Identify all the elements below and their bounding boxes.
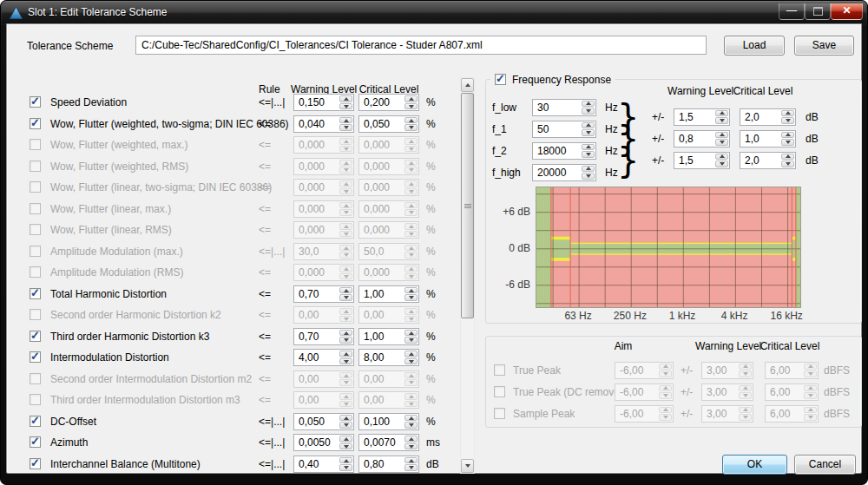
save-button[interactable]: Save: [794, 36, 854, 56]
critical-level-value[interactable]: 1,00: [364, 330, 384, 344]
band-warning-value[interactable]: 1,5: [679, 154, 694, 168]
spin-up-button[interactable]: [781, 154, 794, 161]
spin-down-button[interactable]: [781, 117, 794, 124]
spin-up-button[interactable]: [339, 223, 352, 230]
spin-down-button[interactable]: [339, 337, 352, 344]
spin-down-button[interactable]: [404, 294, 418, 301]
band-critical-spinbox[interactable]: 1,0: [740, 130, 796, 147]
spin-down-button[interactable]: [404, 443, 418, 450]
spin-up-button[interactable]: [404, 245, 418, 252]
critical-level-value[interactable]: 0,80: [364, 457, 384, 472]
band-warning-value[interactable]: 1,5: [679, 110, 694, 125]
warning-level-value[interactable]: 30,0: [299, 245, 319, 259]
critical-level-spinbox[interactable]: 0,000: [358, 221, 419, 239]
spin-down-button[interactable]: [715, 117, 728, 124]
band-critical-value[interactable]: 1,0: [745, 132, 760, 147]
spin-up-button[interactable]: [715, 110, 728, 117]
critical-level-value[interactable]: 0,000: [364, 265, 390, 280]
spin-up-button[interactable]: [404, 457, 418, 464]
spin-up-button[interactable]: [404, 265, 418, 272]
band-critical-spinbox[interactable]: 2,0: [740, 108, 796, 126]
warning-level-value[interactable]: 0,000: [299, 223, 325, 238]
critical-level-spinbox[interactable]: 0,80: [358, 456, 419, 473]
spin-down-button[interactable]: [781, 161, 794, 167]
peak-row-checkbox[interactable]: ✓: [494, 408, 505, 419]
warning-level-value[interactable]: 0,00: [299, 308, 319, 323]
warning-level-spinbox[interactable]: 0,70: [293, 285, 354, 303]
close-button[interactable]: ✕: [831, 3, 863, 20]
spin-down-button[interactable]: [404, 188, 418, 195]
spin-down-button[interactable]: [404, 273, 418, 280]
spin-up-button[interactable]: [339, 308, 352, 315]
spin-up-button[interactable]: [781, 132, 794, 139]
minimize-button[interactable]: —: [779, 3, 805, 20]
tolerance-row-checkbox[interactable]: ✓: [30, 458, 41, 469]
spin-up-button[interactable]: [404, 436, 418, 442]
warning-level-spinbox[interactable]: 30,0: [293, 243, 354, 260]
critical-level-value[interactable]: 50,0: [364, 245, 384, 259]
warning-level-value[interactable]: 0,70: [299, 330, 319, 344]
load-button[interactable]: Load: [724, 36, 785, 56]
spin-up-button[interactable]: [339, 457, 352, 464]
tolerance-scheme-path-input[interactable]: [135, 36, 707, 55]
band-critical-spinbox[interactable]: 2,0: [740, 152, 796, 169]
critical-level-spinbox[interactable]: 0,00: [358, 306, 419, 324]
band-critical-value[interactable]: 2,0: [745, 110, 760, 125]
critical-level-spinbox[interactable]: 0,000: [358, 200, 419, 218]
spin-up-button[interactable]: [339, 351, 352, 357]
critical-level-spinbox[interactable]: 1,00: [358, 285, 419, 303]
warning-level-value[interactable]: 0,0050: [299, 436, 331, 450]
spin-up-button[interactable]: [339, 436, 352, 442]
spin-down-button[interactable]: [339, 252, 352, 259]
band-warning-spinbox[interactable]: 0,8: [674, 130, 730, 147]
warning-level-spinbox[interactable]: 0,70: [293, 328, 354, 345]
spin-down-button[interactable]: [339, 316, 352, 323]
band-warning-value[interactable]: 0,8: [679, 132, 694, 147]
spin-down-button[interactable]: [339, 188, 352, 195]
peak-row-checkbox[interactable]: ✓: [494, 364, 505, 376]
warning-level-value[interactable]: 0,70: [299, 287, 319, 302]
critical-level-value[interactable]: 1,00: [364, 287, 384, 302]
maximize-button[interactable]: [805, 3, 831, 20]
spin-up-button[interactable]: [404, 287, 418, 294]
cancel-button[interactable]: Cancel: [794, 455, 856, 475]
spin-up-button[interactable]: [715, 154, 728, 161]
spin-up-button[interactable]: [339, 287, 352, 294]
spin-up-button[interactable]: [715, 132, 728, 139]
tolerance-row-checkbox[interactable]: ✓: [30, 331, 41, 342]
spin-down-button[interactable]: [582, 173, 595, 180]
spin-down-button[interactable]: [339, 231, 352, 238]
tolerance-row-checkbox[interactable]: ✓: [30, 181, 41, 193]
spin-up-button[interactable]: [339, 265, 352, 272]
spin-up-button[interactable]: [781, 110, 794, 117]
critical-level-value[interactable]: 0,00: [364, 308, 384, 323]
tolerance-row-checkbox[interactable]: ✓: [30, 436, 41, 448]
spin-down-button[interactable]: [781, 139, 794, 146]
spin-up-button[interactable]: [404, 223, 418, 230]
spin-down-button[interactable]: [404, 231, 418, 238]
spin-down-button[interactable]: [715, 161, 728, 167]
spin-down-button[interactable]: [339, 294, 352, 301]
spin-up-button[interactable]: [404, 330, 418, 337]
critical-level-spinbox[interactable]: 1,00: [358, 328, 419, 345]
warning-level-spinbox[interactable]: 0,0050: [293, 434, 354, 451]
tolerance-row-checkbox[interactable]: ✓: [30, 246, 41, 257]
tolerance-row-checkbox[interactable]: ✓: [30, 309, 41, 320]
critical-level-value[interactable]: 0,000: [364, 223, 390, 238]
tolerance-row-checkbox[interactable]: ✓: [30, 288, 41, 299]
spin-down-button[interactable]: [404, 209, 418, 216]
spin-down-button[interactable]: [339, 209, 352, 216]
tolerance-row-checkbox[interactable]: ✓: [30, 266, 41, 278]
critical-level-value[interactable]: 0,0070: [364, 436, 396, 450]
warning-level-value[interactable]: 0,000: [299, 265, 325, 280]
warning-level-spinbox[interactable]: 0,000: [293, 221, 354, 239]
scrollbar-down-button[interactable]: [461, 459, 474, 473]
spin-down-button[interactable]: [404, 337, 418, 344]
warning-level-spinbox[interactable]: 0,000: [293, 264, 354, 281]
spin-down-button[interactable]: [339, 464, 352, 471]
spin-up-button[interactable]: [339, 202, 352, 209]
spin-down-button[interactable]: [339, 443, 352, 450]
spin-up-button[interactable]: [404, 202, 418, 209]
spin-down-button[interactable]: [715, 139, 728, 146]
tolerance-row-checkbox[interactable]: ✓: [30, 224, 41, 235]
